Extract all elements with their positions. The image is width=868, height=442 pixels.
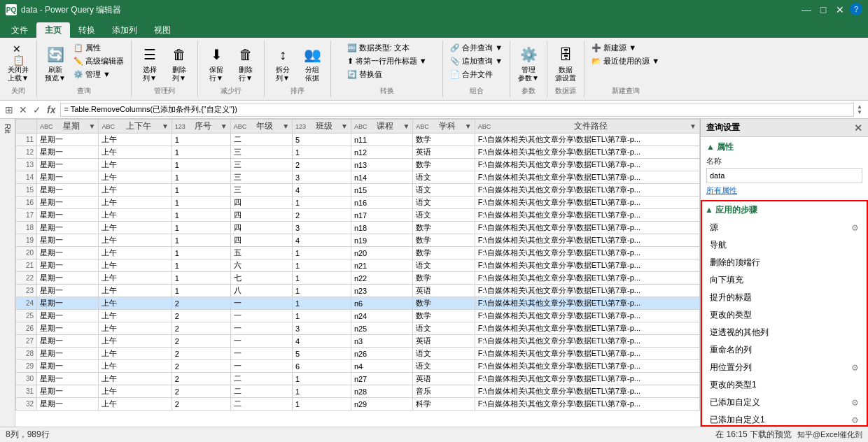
step-item[interactable]: 更改的类型1 — [705, 376, 864, 394]
gear-icon[interactable]: ⚙ — [851, 223, 859, 233]
recent-sources-button[interactable]: 📂 最近使用的源 ▼ — [589, 55, 662, 67]
step-item[interactable]: 重命名的列 — [705, 341, 864, 359]
tab-transform[interactable]: 转换 — [70, 22, 104, 38]
filter-xuhao[interactable]: ▼ — [220, 122, 227, 130]
replace-value-button[interactable]: 🔄 替换值 — [344, 69, 430, 80]
table-container[interactable]: ABC 星期 ▼ ABC 上下午 ▼ 1 — [15, 119, 700, 427]
step-item[interactable]: 更改的类型 — [705, 306, 864, 324]
table-row[interactable]: 24星期一上午2一1n6数学F:\自媒体相关\其他文章分享\数据ETL\第7章-… — [16, 297, 700, 310]
col-header-shangxiawu[interactable]: ABC 上下午 ▼ — [99, 120, 172, 134]
table-row[interactable]: 25星期一上午2一1n24数学F:\自媒体相关\其他文章分享\数据ETL\第7章… — [16, 310, 700, 322]
gear-icon[interactable]: ⚙ — [851, 415, 859, 425]
first-row-header-button[interactable]: ⬆ 将第一行用作标题 ▼ — [344, 55, 430, 67]
confirm-icon[interactable]: ✓ — [31, 104, 43, 115]
table-row[interactable]: 17星期一上午1四2n17语文F:\自媒体相关\其他文章分享\数据ETL\第7章… — [16, 209, 700, 222]
datasource-settings-button[interactable]: 🗄 数据源设置 — [552, 42, 580, 84]
delete-rows-button[interactable]: 🗑 删除行▼ — [232, 42, 260, 84]
tab-view[interactable]: 视图 — [146, 22, 179, 38]
all-properties-link[interactable]: 所有属性 — [706, 185, 862, 196]
table-row[interactable]: 26星期一上午2一3n25语文F:\自媒体相关\其他文章分享\数据ETL\第7章… — [16, 322, 700, 335]
filter-xingqi[interactable]: ▼ — [89, 122, 96, 130]
filter-nianji[interactable]: ▼ — [282, 122, 289, 130]
table-row[interactable]: 23星期一上午1八1n23英语F:\自媒体相关\其他文章分享\数据ETL\第7章… — [16, 285, 700, 297]
table-row[interactable]: 31星期一上午2二1n28音乐F:\自媒体相关\其他文章分享\数据ETL\第7章… — [16, 385, 700, 398]
keep-rows-button[interactable]: ⬇ 保留行▼ — [202, 42, 230, 84]
tab-file[interactable]: 文件 — [3, 22, 36, 38]
minimize-button[interactable]: — — [799, 3, 813, 17]
query-panel-close-button[interactable]: ✕ — [854, 122, 862, 134]
title-bar-controls[interactable]: — □ ✕ ? — [799, 3, 862, 17]
filter-kecheng[interactable]: ▼ — [402, 122, 410, 130]
table-row[interactable]: 12星期一上午1三1n12英语F:\自媒体相关\其他文章分享\数据ETL\第7章… — [16, 146, 700, 159]
step-item[interactable]: 已添加自定义⚙ — [705, 394, 864, 411]
table-row[interactable]: 21星期一上午1六1n21语文F:\自媒体相关\其他文章分享\数据ETL\第7章… — [16, 259, 700, 272]
step-name: 逆透视的其他列 — [710, 327, 859, 338]
tab-add-column[interactable]: 添加列 — [104, 22, 146, 38]
refresh-button[interactable]: 🔄 刷新预览▼ — [41, 42, 69, 84]
filter-shangxiawu[interactable]: ▼ — [162, 122, 169, 130]
close-button[interactable]: ✕ — [833, 3, 847, 17]
delete-cols-button[interactable]: 🗑 删除列▼ — [165, 42, 193, 84]
col-header-kecheng[interactable]: ABC 课程 ▼ — [351, 120, 412, 134]
table-row[interactable]: 13星期一上午1三2n13数学F:\自媒体相关\其他文章分享\数据ETL\第7章… — [16, 159, 700, 171]
table-row[interactable]: 14星期一上午1三3n14语文F:\自媒体相关\其他文章分享\数据ETL\第7章… — [16, 171, 700, 184]
data-type-button[interactable]: 🔤 数据类型: 文本 — [344, 42, 430, 54]
step-item[interactable]: 用位置分列⚙ — [705, 359, 864, 376]
step-item[interactable]: 逆透视的其他列 — [705, 324, 864, 341]
gear-icon[interactable]: ⚙ — [851, 398, 859, 408]
append-query-button[interactable]: 📎 追加查询 ▼ — [447, 55, 505, 67]
maximize-button[interactable]: □ — [816, 3, 830, 17]
row-number: 28 — [16, 348, 37, 360]
left-panel-item[interactable]: Rit — [2, 122, 13, 135]
step-item[interactable]: 已添加自定义1⚙ — [705, 411, 864, 427]
formula-input[interactable] — [60, 103, 854, 117]
expand-icon[interactable]: ⊞ — [3, 104, 15, 115]
name-input[interactable] — [706, 168, 862, 183]
table-row[interactable]: 20星期一上午1五1n20数学F:\自媒体相关\其他文章分享\数据ETL\第7章… — [16, 247, 700, 259]
table-row[interactable]: 19星期一上午1四4n19数学F:\自媒体相关\其他文章分享\数据ETL\第7章… — [16, 234, 700, 247]
merge-query-button[interactable]: 🔗 合并查询 ▼ — [447, 42, 505, 54]
col-header-xuhao[interactable]: 123 序号 ▼ — [172, 120, 230, 134]
table-row[interactable]: 29星期一上午2一6n4语文F:\自媒体相关\其他文章分享\数据ETL\第7章-… — [16, 360, 700, 373]
fx-icon[interactable]: fx — [45, 104, 57, 115]
col-header-wenjianluji[interactable]: ABC 文件路径 ▼ — [475, 120, 699, 134]
select-cols-button[interactable]: ☰ 选择列▼ — [136, 42, 164, 84]
step-item[interactable]: 源⚙ — [705, 219, 864, 236]
manage-params-button[interactable]: ⚙️ 管理参数▼ — [514, 42, 542, 84]
table-cell: 1 — [172, 272, 230, 285]
help-button[interactable]: ? — [850, 3, 862, 15]
col-header-banji[interactable]: 123 班级 ▼ — [293, 120, 351, 134]
table-row[interactable]: 27星期一上午2一4n3英语F:\自媒体相关\其他文章分享\数据ETL\第7章-… — [16, 335, 700, 348]
split-col-button[interactable]: ↕ 拆分列▼ — [269, 42, 297, 84]
new-source-button[interactable]: ➕ 新建源 ▼ — [589, 42, 662, 54]
cancel-icon[interactable]: ✕ — [17, 104, 29, 115]
table-row[interactable]: 22星期一上午1七1n22数学F:\自媒体相关\其他文章分享\数据ETL\第7章… — [16, 272, 700, 285]
filter-banji[interactable]: ▼ — [341, 122, 348, 130]
table-row[interactable]: 11星期一上午1二5n11数学F:\自媒体相关\其他文章分享\数据ETL\第7章… — [16, 134, 700, 146]
nav-down[interactable]: ▼ — [857, 110, 862, 115]
col-header-xueke[interactable]: ABC 学科 ▼ — [413, 120, 475, 134]
col-header-xingqi[interactable]: ABC 星期 ▼ — [37, 120, 99, 134]
table-row[interactable]: 16星期一上午1四1n16语文F:\自媒体相关\其他文章分享\数据ETL\第7章… — [16, 197, 700, 209]
step-item[interactable]: 导航 — [705, 236, 864, 254]
step-item[interactable]: 向下填充 — [705, 271, 864, 289]
group-by-button[interactable]: 👥 分组依据 — [298, 42, 326, 84]
table-row[interactable]: 15星期一上午1三4n15语文F:\自媒体相关\其他文章分享\数据ETL\第7章… — [16, 184, 700, 197]
table-row[interactable]: 18星期一上午1四3n18数学F:\自媒体相关\其他文章分享\数据ETL\第7章… — [16, 222, 700, 234]
table-row[interactable]: 30星期一上午2二1n27英语F:\自媒体相关\其他文章分享\数据ETL\第7章… — [16, 373, 700, 385]
col-header-nianji[interactable]: ABC 年级 ▼ — [230, 120, 292, 134]
merge-file-button[interactable]: 📄 合并文件 — [447, 69, 505, 80]
step-item[interactable]: 删除的顶端行 — [705, 254, 864, 271]
properties-button[interactable]: 📋 属性 — [71, 42, 127, 54]
table-row[interactable]: 32星期一上午2二1n29科学F:\自媒体相关\其他文章分享\数据ETL\第7章… — [16, 398, 700, 411]
close-upload-button[interactable]: ✕📋 关闭并上载▼ — [4, 42, 32, 84]
step-item[interactable]: 提升的标题 — [705, 289, 864, 306]
manage-button[interactable]: ⚙️ 管理 ▼ — [71, 69, 127, 80]
gear-icon[interactable]: ⚙ — [851, 363, 859, 373]
advanced-editor-button[interactable]: ✏️ 高级编辑器 — [71, 55, 127, 67]
formula-bar: ⊞ ✕ ✓ fx ▲ ▼ — [0, 101, 868, 119]
filter-xueke[interactable]: ▼ — [465, 122, 472, 130]
tab-home[interactable]: 主页 — [36, 22, 70, 38]
table-row[interactable]: 28星期一上午2一5n26语文F:\自媒体相关\其他文章分享\数据ETL\第7章… — [16, 348, 700, 360]
filter-wenjianluji[interactable]: ▼ — [690, 122, 696, 130]
